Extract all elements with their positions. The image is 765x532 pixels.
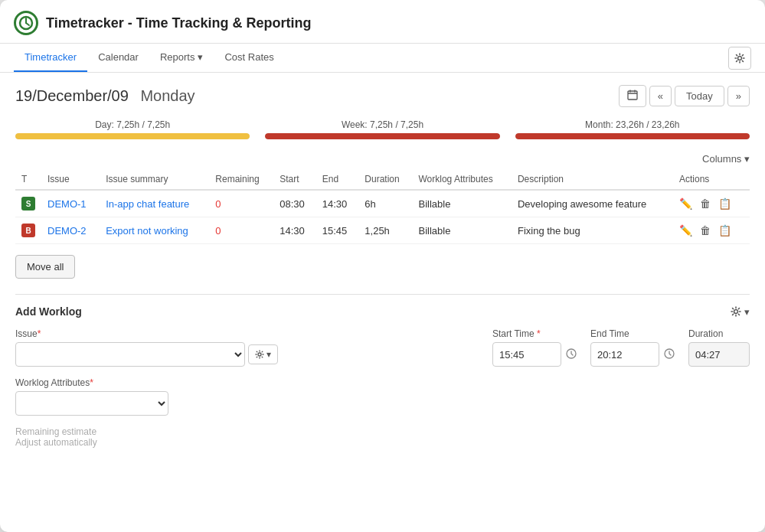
issue-select-wrapper: ▾: [15, 342, 480, 367]
row2-type: B: [15, 217, 41, 244]
duration-form-group: Duration: [688, 328, 750, 367]
row2-issue[interactable]: DEMO-2: [41, 217, 100, 244]
row2-description: Fixing the bug: [512, 217, 673, 244]
add-worklog-header: Add Worklog ▾: [15, 305, 750, 318]
row1-copy-icon[interactable]: 📋: [718, 197, 731, 210]
month-progress-bar-fill: [515, 133, 750, 139]
reports-dropdown-icon: ▾: [198, 51, 203, 63]
table-row: B DEMO-2 Export not working 0 14:30 15:4…: [15, 217, 750, 244]
issue-select[interactable]: [15, 342, 245, 367]
nav-items: Timetracker Calendar Reports ▾ Cost Rate…: [14, 44, 728, 72]
nav-item-timetracker[interactable]: Timetracker: [14, 44, 87, 72]
row2-action-icons: ✏️ 🗑 📋: [679, 224, 744, 237]
svg-rect-4: [628, 91, 637, 100]
issue-form-group: Issue* ▾: [15, 328, 480, 367]
start-time-input[interactable]: [492, 342, 561, 367]
row2-start: 14:30: [273, 217, 316, 244]
issue-required-star: *: [38, 328, 41, 339]
worklog-attr-form-group: Worklog Attributes* Billable: [15, 377, 168, 416]
row1-worklog-attr: Billable: [413, 190, 512, 217]
nav-item-cost-rates[interactable]: Cost Rates: [214, 44, 284, 72]
prev-button[interactable]: «: [649, 86, 672, 106]
row2-end: 15:45: [316, 217, 359, 244]
row2-duration: 1,25h: [358, 217, 412, 244]
row1-issue-link[interactable]: DEMO-1: [47, 198, 87, 210]
row1-summary-link[interactable]: In-app chat feature: [106, 198, 189, 210]
start-time-wrapper: [492, 342, 578, 367]
add-worklog-section: Add Worklog ▾ Issue*: [15, 294, 750, 448]
worklog-settings-button[interactable]: ▾: [731, 306, 750, 318]
date-value: 19/December/09: [15, 87, 129, 104]
row1-start: 08:30: [273, 190, 316, 217]
col-issue-summary: Issue summary: [100, 169, 209, 190]
row2-summary[interactable]: Export not working: [100, 217, 209, 244]
date-nav: « Today »: [619, 85, 750, 107]
start-time-required-star: *: [537, 328, 541, 339]
row1-delete-icon[interactable]: 🗑: [700, 197, 711, 210]
worklog-attr-select[interactable]: Billable: [15, 391, 168, 416]
worklog-table: T Issue Issue summary Remaining Start En…: [15, 169, 750, 244]
row1-description: Developing awesome feature: [512, 190, 673, 217]
title-bar: Timetracker - Time Tracking & Reporting: [0, 0, 765, 44]
columns-button[interactable]: Columns ▾: [702, 153, 750, 165]
worklog-attr-required-star: *: [90, 377, 93, 388]
row2-edit-icon[interactable]: ✏️: [679, 224, 692, 237]
row1-issue[interactable]: DEMO-1: [41, 190, 100, 217]
week-progress-bar-bg: [265, 133, 499, 139]
settings-gear-button[interactable]: [728, 47, 751, 70]
row2-copy-icon[interactable]: 📋: [718, 224, 731, 237]
date-header: 19/December/09 Monday « Today »: [15, 85, 750, 107]
row2-issue-link[interactable]: DEMO-2: [47, 225, 87, 237]
row1-remaining: 0: [209, 190, 273, 217]
duration-input: [688, 342, 750, 367]
day-progress-label: Day: 7,25h / 7,25h: [15, 119, 250, 130]
calendar-button[interactable]: [619, 85, 646, 107]
row1-edit-icon[interactable]: ✏️: [679, 197, 692, 210]
end-time-input[interactable]: [590, 342, 659, 367]
start-time-form-group: Start Time *: [492, 328, 578, 367]
col-start: Start: [273, 169, 316, 190]
issue-gear-button[interactable]: ▾: [248, 344, 278, 364]
worklog-attr-label: Worklog Attributes*: [15, 377, 168, 388]
add-worklog-title: Add Worklog: [15, 305, 82, 318]
start-time-label: Start Time *: [492, 328, 578, 339]
week-progress: Week: 7,25h / 7,25h: [265, 119, 499, 139]
col-worklog-attributes: Worklog Attributes: [413, 169, 512, 190]
svg-point-3: [738, 56, 742, 60]
svg-point-6: [258, 353, 261, 356]
row1-actions: ✏️ 🗑 📋: [673, 190, 750, 217]
end-time-clock-button[interactable]: [662, 348, 676, 361]
row1-action-icons: ✏️ 🗑 📋: [679, 197, 744, 210]
date-display: 19/December/09 Monday: [15, 87, 195, 105]
col-remaining: Remaining: [209, 169, 273, 190]
row1-duration: 6h: [358, 190, 412, 217]
week-progress-label: Week: 7,25h / 7,25h: [265, 119, 499, 130]
row2-delete-icon[interactable]: 🗑: [700, 224, 711, 237]
svg-point-5: [734, 310, 738, 314]
move-all-button[interactable]: Move all: [15, 255, 75, 279]
nav-bar: Timetracker Calendar Reports ▾ Cost Rate…: [0, 44, 765, 73]
end-time-wrapper: [590, 342, 676, 367]
today-button[interactable]: Today: [675, 86, 724, 106]
day-progress-bar-bg: [15, 133, 250, 139]
day-name: Monday: [140, 87, 195, 104]
start-time-clock-button[interactable]: [564, 348, 578, 361]
columns-row: Columns ▾: [15, 153, 750, 165]
col-duration: Duration: [358, 169, 412, 190]
issue-label: Issue*: [15, 328, 480, 339]
nav-item-calendar[interactable]: Calendar: [87, 44, 149, 72]
app-logo: [14, 11, 38, 35]
next-button[interactable]: »: [727, 86, 750, 106]
form-row-2: Worklog Attributes* Billable: [15, 377, 750, 416]
col-actions: Actions: [673, 169, 750, 190]
bug-icon: B: [21, 224, 35, 237]
col-description: Description: [512, 169, 673, 190]
worklog-settings-chevron: ▾: [744, 306, 750, 318]
nav-item-reports[interactable]: Reports ▾: [149, 44, 214, 72]
row2-summary-link[interactable]: Export not working: [106, 225, 188, 237]
row2-actions: ✏️ 🗑 📋: [673, 217, 750, 244]
form-row-1: Issue* ▾: [15, 328, 750, 367]
col-end: End: [316, 169, 359, 190]
story-icon: S: [21, 197, 35, 211]
row1-summary[interactable]: In-app chat feature: [100, 190, 209, 217]
